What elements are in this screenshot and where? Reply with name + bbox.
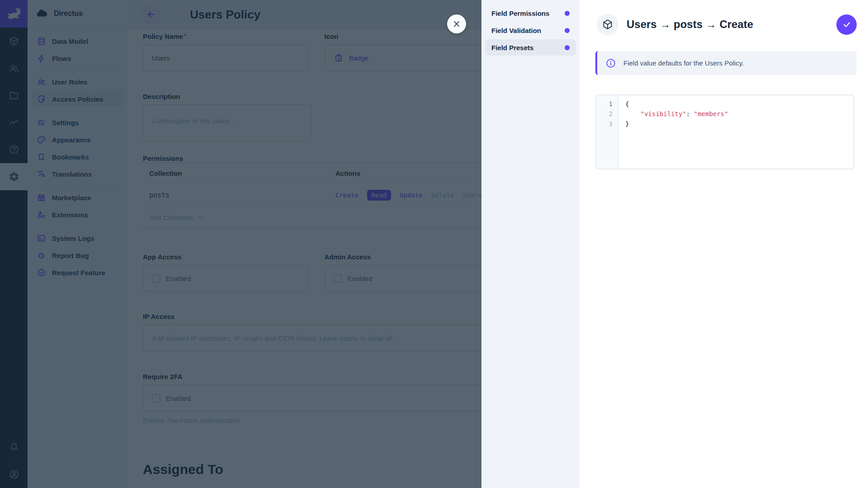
drawer: Users → posts → Create Field value defau…: [580, 0, 868, 488]
close-drawer-button[interactable]: [447, 14, 466, 33]
drawer-header: Users → posts → Create: [580, 0, 868, 35]
box-icon: [602, 19, 613, 30]
line-number: 3: [596, 119, 613, 129]
tab-status-dot: [565, 28, 570, 33]
drawer-icon-circle: [597, 14, 618, 35]
tab-field-permissions[interactable]: Field Permissions: [485, 5, 576, 21]
code-line: {: [625, 99, 854, 109]
line-number: 1: [596, 99, 613, 109]
confirm-button[interactable]: [836, 14, 857, 35]
close-icon: [452, 19, 462, 29]
line-number-gutter: 1 2 3: [596, 95, 619, 169]
code-content[interactable]: { "visibility": "members" }: [619, 95, 854, 169]
tab-status-dot: [565, 11, 570, 16]
notice-text: Field value defaults for the Users Polic…: [623, 59, 744, 67]
tab-field-presets[interactable]: Field Presets: [485, 39, 576, 56]
check-icon: [842, 19, 852, 29]
tab-field-validation[interactable]: Field Validation: [485, 22, 576, 38]
info-icon: [605, 58, 616, 69]
info-notice: Field value defaults for the Users Polic…: [595, 51, 857, 75]
code-line: }: [625, 119, 854, 129]
json-code-editor[interactable]: 1 2 3 { "visibility": "members" }: [595, 94, 854, 169]
line-number: 2: [596, 109, 613, 119]
tab-status-dot: [565, 45, 570, 50]
code-line: "visibility": "members": [625, 109, 854, 119]
drawer-tabs-panel: Field Permissions Field Validation Field…: [481, 0, 580, 488]
drawer-title: Users → posts → Create: [627, 18, 753, 31]
